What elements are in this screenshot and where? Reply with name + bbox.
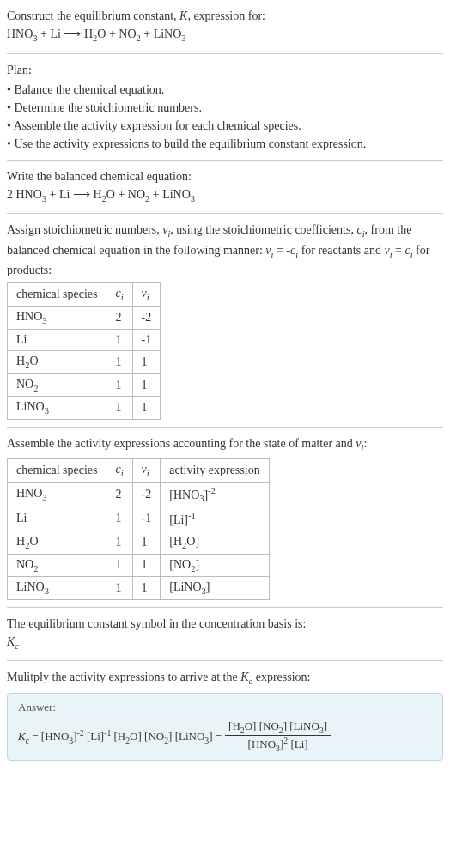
cell-vi: -2 bbox=[132, 307, 161, 330]
cell-species: HNO3 bbox=[8, 482, 106, 507]
cell-species: Li bbox=[8, 507, 106, 531]
answer-denominator: [HNO3]2 [Li] bbox=[225, 736, 331, 753]
divider-3 bbox=[7, 213, 443, 214]
cell-ci: 1 bbox=[106, 554, 132, 577]
cell-ci: 1 bbox=[106, 397, 132, 420]
intro-k: K bbox=[179, 9, 187, 22]
th-species: chemical species bbox=[8, 458, 106, 482]
plan-item-2: • Assemble the activity expression for e… bbox=[7, 117, 443, 135]
cell-ci: 1 bbox=[106, 531, 132, 554]
cell-vi: 1 bbox=[132, 373, 161, 397]
answer-fraction: [H2O] [NO2] [LiNO3] [HNO3]2 [Li] bbox=[225, 719, 331, 753]
divider-4 bbox=[7, 427, 443, 428]
cell-vi: 1 bbox=[132, 577, 161, 600]
cell-ci: 1 bbox=[106, 373, 132, 397]
cell-vi: -2 bbox=[132, 482, 161, 507]
answer-numerator: [H2O] [NO2] [LiNO3] bbox=[225, 719, 331, 736]
cell-activity: [H2O] bbox=[161, 531, 269, 554]
table-row: NO2 1 1 [NO2] bbox=[8, 554, 270, 577]
th-vi: νi bbox=[132, 283, 161, 307]
plan-list: • Balance the chemical equation. • Deter… bbox=[7, 81, 443, 153]
plan-item-0: • Balance the chemical equation. bbox=[7, 81, 443, 99]
th-activity: activity expression bbox=[161, 458, 269, 482]
cell-species: Li bbox=[8, 329, 106, 350]
intro-text-1: Construct the equilibrium constant, bbox=[7, 9, 179, 22]
intro-equation: HNO3 + Li ⟶ H2O + NO2 + LiNO3 bbox=[7, 25, 443, 46]
multiply-pre: Mulitply the activity expressions to arr… bbox=[7, 671, 240, 683]
divider-1 bbox=[7, 53, 443, 54]
cell-species: NO2 bbox=[8, 373, 106, 397]
th-vi: νi bbox=[132, 458, 161, 482]
cell-ci: 1 bbox=[106, 507, 132, 531]
table-row: LiNO3 1 1 bbox=[8, 397, 161, 420]
intro-line1: Construct the equilibrium constant, K, e… bbox=[7, 7, 443, 25]
assemble-section: Assemble the activity expressions accoun… bbox=[7, 434, 443, 600]
table-header-row: chemical species ci νi activity expressi… bbox=[8, 458, 270, 482]
plan-heading: Plan: bbox=[7, 61, 443, 79]
cell-species: HNO3 bbox=[8, 307, 106, 330]
table-row: HNO3 2 -2 bbox=[8, 307, 161, 330]
cell-activity: [LiNO3] bbox=[161, 577, 269, 600]
cell-activity: [NO2] bbox=[161, 554, 269, 577]
intro-text-2: , expression for: bbox=[187, 9, 265, 22]
th-ci: ci bbox=[106, 283, 132, 307]
symbol-kc: Kc bbox=[7, 633, 443, 653]
symbol-text: The equilibrium constant symbol in the c… bbox=[7, 615, 443, 633]
plan-item-1: • Determine the stoichiometric numbers. bbox=[7, 99, 443, 117]
cell-activity: [Li]-1 bbox=[161, 507, 269, 531]
cell-ci: 1 bbox=[106, 350, 132, 373]
plan-section: Plan: • Balance the chemical equation. •… bbox=[7, 61, 443, 153]
cell-ci: 1 bbox=[106, 329, 132, 350]
plan-item-3: • Use the activity expressions to build … bbox=[7, 135, 443, 153]
th-species: chemical species bbox=[8, 283, 106, 307]
symbol-section: The equilibrium constant symbol in the c… bbox=[7, 615, 443, 653]
table-header-row: chemical species ci νi bbox=[8, 283, 161, 307]
assemble-text: Assemble the activity expressions accoun… bbox=[7, 434, 443, 455]
cell-activity: [HNO3]-2 bbox=[161, 482, 269, 507]
table-row: Li 1 -1 [Li]-1 bbox=[8, 507, 270, 531]
th-ci: ci bbox=[106, 458, 132, 482]
assign-text: Assign stoichiometric numbers, νi, using… bbox=[7, 221, 443, 279]
answer-lhs: Kc = [HNO3]-2 [Li]-1 [H2O] [NO2] [LiNO3]… bbox=[18, 728, 222, 745]
table-row: H2O 1 1 bbox=[8, 350, 161, 373]
table-row: HNO3 2 -2 [HNO3]-2 bbox=[8, 482, 270, 507]
stoich-table: chemical species ci νi HNO3 2 -2 Li 1 -1… bbox=[7, 282, 161, 420]
cell-ci: 2 bbox=[106, 307, 132, 330]
cell-species: LiNO3 bbox=[8, 577, 106, 600]
cell-ci: 1 bbox=[106, 577, 132, 600]
activity-table: chemical species ci νi activity expressi… bbox=[7, 458, 270, 600]
balanced-heading: Write the balanced chemical equation: bbox=[7, 167, 443, 185]
balanced-equation: 2 HNO3 + Li ⟶ H2O + NO2 + LiNO3 bbox=[7, 185, 443, 207]
balanced-section: Write the balanced chemical equation: 2 … bbox=[7, 167, 443, 207]
cell-species: H2O bbox=[8, 350, 106, 373]
divider-6 bbox=[7, 660, 443, 661]
cell-species: LiNO3 bbox=[8, 397, 106, 420]
assign-section: Assign stoichiometric numbers, νi, using… bbox=[7, 221, 443, 420]
cell-ci: 2 bbox=[106, 482, 132, 507]
table-row: Li 1 -1 bbox=[8, 329, 161, 350]
cell-species: H2O bbox=[8, 531, 106, 554]
cell-vi: -1 bbox=[132, 507, 161, 531]
answer-expression: Kc = [HNO3]-2 [Li]-1 [H2O] [NO2] [LiNO3]… bbox=[18, 719, 432, 753]
multiply-section: Mulitply the activity expressions to arr… bbox=[7, 668, 443, 761]
cell-vi: 1 bbox=[132, 397, 161, 420]
divider-2 bbox=[7, 160, 443, 161]
divider-5 bbox=[7, 607, 443, 608]
table-row: NO2 1 1 bbox=[8, 373, 161, 397]
cell-vi: -1 bbox=[132, 329, 161, 350]
cell-species: NO2 bbox=[8, 554, 106, 577]
cell-vi: 1 bbox=[132, 531, 161, 554]
answer-label: Answer: bbox=[18, 701, 432, 714]
multiply-text: Mulitply the activity expressions to arr… bbox=[7, 668, 443, 689]
cell-vi: 1 bbox=[132, 350, 161, 373]
multiply-post: expression: bbox=[252, 671, 310, 683]
table-row: H2O 1 1 [H2O] bbox=[8, 531, 270, 554]
answer-box: Answer: Kc = [HNO3]-2 [Li]-1 [H2O] [NO2]… bbox=[7, 693, 443, 761]
intro-section: Construct the equilibrium constant, K, e… bbox=[7, 7, 443, 46]
cell-vi: 1 bbox=[132, 554, 161, 577]
table-row: LiNO3 1 1 [LiNO3] bbox=[8, 577, 270, 600]
